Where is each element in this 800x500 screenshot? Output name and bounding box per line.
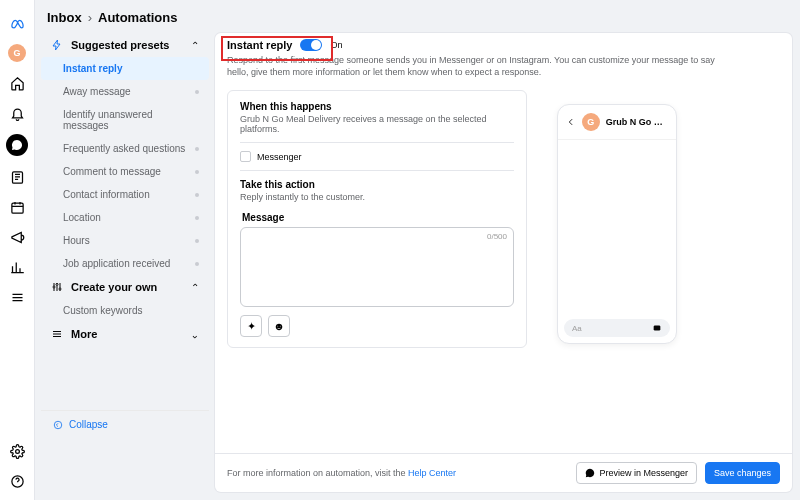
left-nav-rail: G xyxy=(0,0,35,500)
action-description: Reply instantly to the customer. xyxy=(240,192,514,202)
status-dot xyxy=(195,170,199,174)
svg-point-6 xyxy=(59,288,61,290)
sidebar-item-location[interactable]: Location xyxy=(41,206,209,229)
instant-reply-toggle[interactable] xyxy=(300,39,322,51)
collapse-sidebar-button[interactable]: Collapse xyxy=(41,410,209,438)
channel-label: Messenger xyxy=(257,152,302,162)
collapse-label: Collapse xyxy=(69,419,108,430)
status-dot xyxy=(195,239,199,243)
sidebar-item-label: Away message xyxy=(63,86,131,97)
svg-point-2 xyxy=(15,449,19,453)
personalize-button[interactable]: ✦ xyxy=(240,315,262,337)
sidebar-item-job-application[interactable]: Job application received xyxy=(41,252,209,275)
back-arrow-icon xyxy=(566,117,576,127)
sidebar-item-label: Identify unanswered messages xyxy=(63,109,199,131)
button-label: Save changes xyxy=(714,468,771,478)
checkbox[interactable] xyxy=(240,151,251,162)
calendar-icon[interactable] xyxy=(8,198,26,216)
sidebar-item-label: Location xyxy=(63,212,101,223)
divider xyxy=(240,142,514,143)
sidebar-item-faq[interactable]: Frequently asked questions xyxy=(41,137,209,160)
menu-icon[interactable] xyxy=(8,288,26,306)
automations-sidebar: Suggested presets ⌃ Instant reply Away m… xyxy=(35,33,215,500)
lightning-icon xyxy=(51,39,63,51)
status-dot xyxy=(195,90,199,94)
save-changes-button[interactable]: Save changes xyxy=(705,462,780,484)
collapse-icon xyxy=(53,420,63,430)
sidebar-item-hours[interactable]: Hours xyxy=(41,229,209,252)
action-heading: Take this action xyxy=(240,179,514,190)
inbox-icon[interactable] xyxy=(6,134,28,156)
sidebar-item-instant-reply[interactable]: Instant reply xyxy=(41,57,209,80)
settings-gear-icon[interactable] xyxy=(8,442,26,460)
sliders-icon xyxy=(51,281,63,293)
insights-icon[interactable] xyxy=(8,258,26,276)
sidebar-item-label: Contact information xyxy=(63,189,150,200)
help-icon[interactable] xyxy=(8,472,26,490)
preview-in-messenger-button[interactable]: Preview in Messenger xyxy=(576,462,697,484)
message-label: Message xyxy=(242,212,512,223)
automation-card: When this happens Grub N Go Meal Deliver… xyxy=(227,90,527,348)
list-icon xyxy=(51,328,63,340)
svg-rect-1 xyxy=(11,203,22,213)
alerts-icon[interactable] xyxy=(8,104,26,122)
status-dot xyxy=(195,216,199,220)
page-title: Instant reply xyxy=(227,39,292,51)
char-count: 0/500 xyxy=(487,232,507,241)
ads-icon[interactable] xyxy=(8,228,26,246)
svg-point-7 xyxy=(54,421,62,429)
chevron-down-icon: ⌃ xyxy=(191,329,199,340)
sidebar-item-label: Instant reply xyxy=(63,63,122,74)
sidebar-item-unanswered[interactable]: Identify unanswered messages xyxy=(41,103,209,137)
status-dot xyxy=(195,262,199,266)
sidebar-item-label: Hours xyxy=(63,235,90,246)
content-panel: Instant reply On Respond to the first me… xyxy=(215,33,792,492)
preview-body xyxy=(558,140,676,313)
sidebar-item-label: Job application received xyxy=(63,258,170,269)
header-description: Respond to the first message someone sen… xyxy=(227,55,727,78)
messenger-preview: G Grub N Go M... Aa xyxy=(557,104,677,344)
sidebar-item-custom-keywords[interactable]: Custom keywords xyxy=(41,299,209,322)
svg-rect-8 xyxy=(654,326,661,331)
section-title: More xyxy=(71,328,183,340)
emoji-icon: ☻ xyxy=(273,320,285,332)
sparkle-icon: ✦ xyxy=(247,320,256,333)
status-dot xyxy=(195,193,199,197)
sidebar-item-away-message[interactable]: Away message xyxy=(41,80,209,103)
meta-logo-icon xyxy=(8,14,26,32)
chevron-up-icon: ⌃ xyxy=(191,282,199,293)
when-heading: When this happens xyxy=(240,101,514,112)
section-suggested-presets[interactable]: Suggested presets ⌃ xyxy=(41,33,209,57)
sidebar-item-label: Comment to message xyxy=(63,166,161,177)
breadcrumb-root[interactable]: Inbox xyxy=(47,10,82,25)
send-icon xyxy=(652,323,662,333)
svg-point-5 xyxy=(56,284,58,286)
content-header: Instant reply On Respond to the first me… xyxy=(215,33,792,82)
chevron-up-icon: ⌃ xyxy=(191,40,199,51)
section-title: Suggested presets xyxy=(71,39,183,51)
preview-business-name: Grub N Go M... xyxy=(606,117,668,127)
preview-header: G Grub N Go M... xyxy=(558,105,676,140)
content-footer: For more information on automation, visi… xyxy=(215,453,792,492)
home-icon[interactable] xyxy=(8,74,26,92)
main-area: Inbox › Automations Suggested presets ⌃ … xyxy=(35,0,800,500)
account-avatar[interactable]: G xyxy=(8,44,26,62)
input-placeholder: Aa xyxy=(572,324,582,333)
sidebar-item-label: Frequently asked questions xyxy=(63,143,185,154)
divider xyxy=(240,170,514,171)
footer-info: For more information on automation, visi… xyxy=(227,468,456,478)
message-textarea[interactable]: 0/500 xyxy=(240,227,514,307)
chevron-right-icon: › xyxy=(88,10,92,25)
sidebar-item-comment-to-message[interactable]: Comment to message xyxy=(41,160,209,183)
posts-icon[interactable] xyxy=(8,168,26,186)
emoji-button[interactable]: ☻ xyxy=(268,315,290,337)
section-create-your-own[interactable]: Create your own ⌃ xyxy=(41,275,209,299)
channel-messenger-row[interactable]: Messenger xyxy=(240,151,514,162)
messenger-icon xyxy=(585,468,595,478)
preview-avatar: G xyxy=(582,113,600,131)
preview-input: Aa xyxy=(564,319,670,337)
help-center-link[interactable]: Help Center xyxy=(408,468,456,478)
button-label: Preview in Messenger xyxy=(599,468,688,478)
sidebar-item-contact-info[interactable]: Contact information xyxy=(41,183,209,206)
section-more[interactable]: More ⌃ xyxy=(41,322,209,346)
